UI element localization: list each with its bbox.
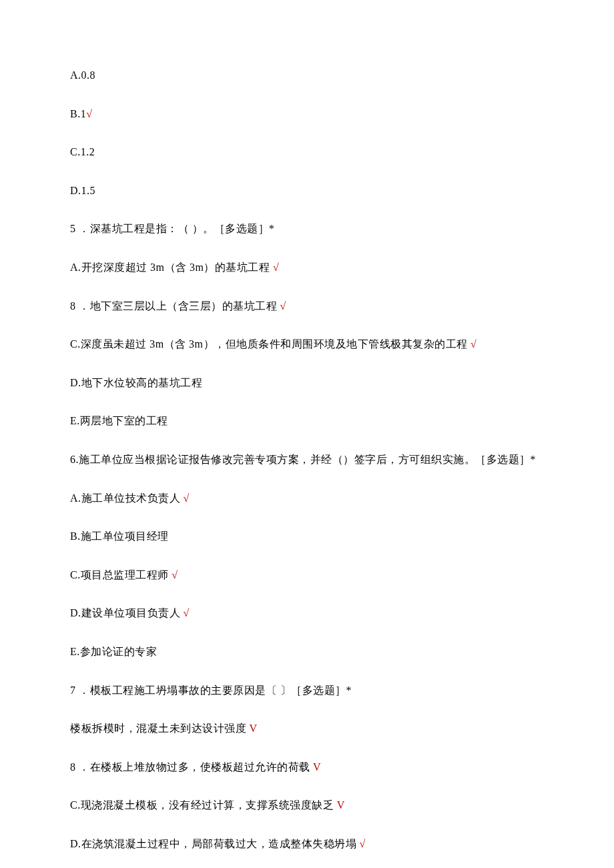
option-text: C.1.2 bbox=[70, 146, 95, 157]
option-text: E.参加论证的专家 bbox=[70, 646, 157, 657]
option-text: 8 ．在楼板上堆放物过多，使楼板超过允许的荷载 bbox=[70, 761, 313, 773]
correct-mark-icon: √ bbox=[184, 492, 190, 504]
correct-mark-icon: √ bbox=[184, 607, 190, 618]
q6-stem: 6.施工单位应当根据论证报告修改完善专项方案，并经（）签字后，方可组织实施。［多… bbox=[70, 451, 544, 468]
q5-option-b: 8 ．地下室三层以上（含三层）的基坑工程 √ bbox=[70, 298, 544, 315]
option-text: D.建设单位项目负责人 bbox=[70, 607, 184, 618]
q7-option-c: C.现浇混凝土模板，没有经过计算，支撑系统强度缺乏 V bbox=[70, 797, 544, 814]
q7-option-a: 楼板拆模时，混凝土未到达设计强度 V bbox=[70, 720, 544, 737]
option-text: D.1.5 bbox=[70, 185, 95, 196]
option-text: A.0.8 bbox=[70, 69, 95, 81]
q4-option-a: A.0.8 bbox=[70, 67, 544, 84]
correct-mark-icon: √ bbox=[86, 108, 92, 119]
option-text: A.开挖深度超过 3m（含 3m）的基坑工程 bbox=[70, 262, 273, 273]
correct-mark-icon: √ bbox=[360, 838, 366, 849]
option-text: B.1 bbox=[70, 108, 86, 119]
correct-mark-icon: √ bbox=[273, 262, 279, 273]
question-text: 7 ．模板工程施工坍塌事故的主要原因是〔 〕［多选题］* bbox=[70, 685, 352, 696]
option-text: A.施工单位技术负责人 bbox=[70, 492, 184, 504]
q5-stem: 5 ．深基坑工程是指：（ ）。［多选题］* bbox=[70, 220, 544, 238]
q6-option-a: A.施工单位技术负责人 √ bbox=[70, 490, 544, 507]
correct-mark-icon: √ bbox=[280, 300, 286, 312]
correct-mark-icon: V bbox=[337, 799, 345, 811]
correct-mark-icon: V bbox=[313, 761, 321, 773]
q5-option-e: E.两层地下室的工程 bbox=[70, 412, 544, 430]
q4-option-b: B.1√ bbox=[70, 105, 544, 123]
option-text: E.两层地下室的工程 bbox=[70, 415, 168, 426]
option-text: 8 ．地下室三层以上（含三层）的基坑工程 bbox=[70, 300, 280, 312]
q6-option-d: D.建设单位项目负责人 √ bbox=[70, 604, 544, 622]
q4-option-d: D.1.5 bbox=[70, 182, 544, 199]
q7-option-d: D.在浇筑混凝土过程中，局部荷载过大，造成整体失稳坍塌 √ bbox=[70, 835, 544, 853]
question-text: 6.施工单位应当根据论证报告修改完善专项方案，并经（）签字后，方可组织实施。［多… bbox=[70, 454, 536, 465]
option-text: C.深度虽未超过 3m（含 3m），但地质条件和周围环境及地下管线极其复杂的工程 bbox=[70, 338, 471, 350]
option-text: C.项目总监理工程师 bbox=[70, 569, 172, 580]
option-text: D.地下水位较高的基坑工程 bbox=[70, 377, 202, 388]
option-text: D.在浇筑混凝土过程中，局部荷载过大，造成整体失稳坍塌 bbox=[70, 838, 360, 849]
option-text: 楼板拆模时，混凝土未到达设计强度 bbox=[70, 723, 250, 734]
q5-option-c: C.深度虽未超过 3m（含 3m），但地质条件和周围环境及地下管线极其复杂的工程… bbox=[70, 336, 544, 353]
option-text: C.现浇混凝土模板，没有经过计算，支撑系统强度缺乏 bbox=[70, 799, 337, 811]
q6-option-e: E.参加论证的专家 bbox=[70, 643, 544, 661]
q6-option-c: C.项目总监理工程师 √ bbox=[70, 566, 544, 584]
correct-mark-icon: √ bbox=[471, 338, 477, 350]
q7-option-b: 8 ．在楼板上堆放物过多，使楼板超过允许的荷载 V bbox=[70, 759, 544, 776]
q6-option-b: B.施工单位项目经理 bbox=[70, 528, 544, 545]
q5-option-d: D.地下水位较高的基坑工程 bbox=[70, 374, 544, 392]
option-text: B.施工单位项目经理 bbox=[70, 530, 169, 542]
correct-mark-icon: √ bbox=[172, 569, 178, 580]
q4-option-c: C.1.2 bbox=[70, 143, 544, 161]
correct-mark-icon: V bbox=[250, 723, 258, 734]
question-text: 5 ．深基坑工程是指：（ ）。［多选题］* bbox=[70, 223, 275, 234]
q5-option-a: A.开挖深度超过 3m（含 3m）的基坑工程 √ bbox=[70, 259, 544, 276]
q7-stem: 7 ．模板工程施工坍塌事故的主要原因是〔 〕［多选题］* bbox=[70, 682, 544, 699]
